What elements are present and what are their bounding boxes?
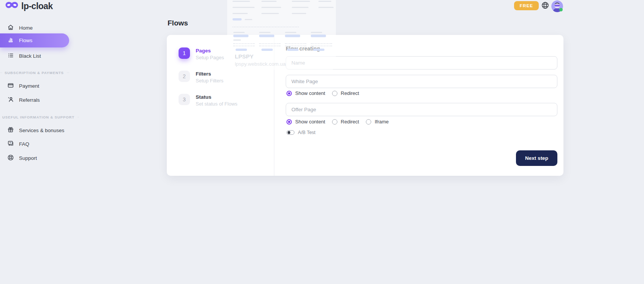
sidebar-item-label: Home (19, 25, 33, 31)
ab-test-row: A/B Test (286, 130, 315, 135)
form-title: Flow creating (286, 46, 320, 52)
step-title: Pages (196, 47, 224, 54)
sidebar-item-label: Black List (19, 53, 41, 59)
ab-test-toggle[interactable] (286, 130, 294, 135)
step-pages[interactable]: 1 Pages Setup Pages (179, 47, 224, 60)
sidebar-item-support[interactable]: Support (0, 153, 69, 163)
person-star-icon (7, 96, 14, 104)
sidebar-item-faq[interactable]: ?! FAQ (0, 139, 69, 149)
page-title: Flows (168, 19, 188, 27)
gift-icon (7, 126, 14, 134)
offer-page-input[interactable] (286, 103, 557, 116)
bulleted-list-icon (7, 52, 14, 60)
step-number-badge: 2 (179, 71, 190, 82)
step-title: Filters (196, 71, 223, 77)
svg-text:?!: ?! (9, 141, 11, 144)
radio-unselected-icon (332, 119, 337, 125)
step-filters[interactable]: 2 Filters Setup Filters (179, 71, 223, 84)
step-status[interactable]: 3 Status Set status of Flows (179, 94, 237, 107)
app-root: lp-cloak Home F (0, 0, 644, 284)
sidebar: lp-cloak Home F (0, 0, 74, 284)
sidebar-item-label: Referrals (19, 97, 40, 103)
language-globe-icon[interactable] (541, 2, 549, 9)
online-status-dot (559, 8, 563, 11)
offer-page-iframe-radio[interactable]: Iframe (366, 119, 389, 125)
radio-unselected-icon (366, 119, 371, 125)
chat-question-icon: ?! (7, 140, 14, 148)
sidebar-item-payment[interactable]: Payment (0, 81, 69, 91)
sidebar-item-flows[interactable]: Flows (0, 33, 69, 47)
step-subtitle: Set status of Flows (196, 101, 237, 107)
sidebar-item-label: FAQ (19, 141, 29, 147)
sidebar-item-label: Support (19, 155, 37, 161)
sidebar-item-services-bonuses[interactable]: Services & bonuses (0, 125, 69, 135)
app-title: lp-cloak (21, 1, 53, 11)
lifebuoy-icon (7, 154, 14, 162)
white-page-show-content-radio[interactable]: Show content (286, 90, 325, 96)
step-number-badge: 1 (179, 47, 190, 59)
radio-selected-icon (286, 91, 292, 96)
radio-unselected-icon (332, 91, 337, 96)
home-icon (7, 24, 14, 32)
step-number-badge: 3 (179, 94, 190, 105)
app-logo[interactable]: lp-cloak (5, 1, 53, 11)
user-avatar[interactable] (551, 0, 563, 12)
sidebar-item-label: Flows (19, 38, 32, 43)
sidebar-item-black-list[interactable]: Black List (0, 51, 69, 61)
sidebar-item-home[interactable]: Home (0, 23, 69, 33)
white-page-redirect-radio[interactable]: Redirect (332, 90, 359, 96)
sidebar-item-referrals[interactable]: Referrals (0, 95, 69, 105)
next-step-button[interactable]: Next step (516, 150, 557, 166)
flow-name-input[interactable] (286, 56, 557, 69)
white-page-input[interactable] (286, 75, 557, 88)
flows-stack-icon (7, 36, 14, 44)
ab-test-label: A/B Test (298, 130, 315, 135)
radio-selected-icon (286, 119, 292, 125)
sidebar-item-label: Payment (19, 83, 39, 89)
card-divider (274, 35, 274, 176)
mask-logo-icon (5, 1, 18, 11)
plan-free-badge[interactable]: FREE (514, 1, 539, 10)
offer-page-show-content-radio[interactable]: Show content (286, 119, 325, 125)
flow-creating-card: 1 Pages Setup Pages 2 Filters Setup Filt… (167, 35, 563, 176)
credit-card-icon (7, 82, 14, 90)
step-subtitle: Setup Filters (196, 78, 223, 84)
step-title: Status (196, 94, 237, 100)
sidebar-item-label: Services & bonuses (19, 128, 64, 133)
step-subtitle: Setup Pages (196, 55, 224, 60)
sidebar-section-header: SUBSCRIPTION & PAYMENTS (0, 71, 69, 75)
offer-page-redirect-radio[interactable]: Redirect (332, 119, 359, 125)
toggle-knob (288, 131, 291, 134)
sidebar-section-header: USEFUL INFORMATION & SUPPORT (0, 115, 69, 119)
white-page-mode-radios: Show content Redirect (286, 90, 359, 96)
offer-page-mode-radios: Show content Redirect Iframe (286, 119, 389, 125)
